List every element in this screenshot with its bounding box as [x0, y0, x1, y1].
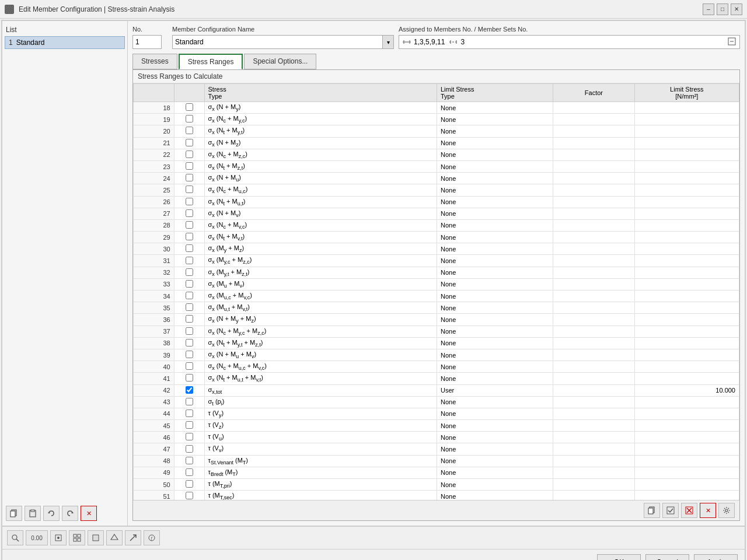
assigned-edit-button[interactable] [728, 37, 736, 47]
tab-special-options[interactable]: Special Options... [244, 54, 316, 69]
apply-button[interactable]: Apply [694, 554, 738, 560]
row-checkbox-cell[interactable] [174, 160, 204, 172]
row-checkbox-cell[interactable] [174, 408, 204, 419]
row-checkbox-cell[interactable] [174, 455, 204, 467]
ok-button[interactable]: OK [597, 554, 641, 560]
row-checkbox[interactable] [186, 339, 193, 346]
row-checkbox[interactable] [186, 315, 193, 323]
row-checkbox[interactable] [186, 421, 193, 429]
cursor-button[interactable] [50, 530, 67, 545]
row-checkbox-cell[interactable] [174, 219, 204, 231]
row-checkbox-cell[interactable] [174, 337, 204, 349]
paste-button[interactable] [25, 506, 41, 521]
cancel-button[interactable]: Cancel [645, 554, 689, 560]
row-checkbox-cell[interactable] [174, 149, 204, 160]
row-checkbox[interactable] [186, 115, 193, 123]
row-checkbox-cell[interactable] [174, 479, 204, 491]
maximize-button[interactable]: □ [717, 4, 728, 15]
row-checkbox[interactable] [186, 257, 193, 264]
render-button[interactable] [88, 530, 104, 545]
row-checkbox[interactable] [186, 280, 193, 288]
row-checkbox[interactable] [186, 162, 193, 170]
row-checkbox-cell[interactable] [174, 208, 204, 219]
row-checkbox[interactable] [186, 433, 193, 440]
row-checkbox[interactable] [186, 127, 193, 134]
view-mode-button[interactable] [69, 530, 85, 545]
row-checkbox-cell[interactable] [174, 290, 204, 302]
row-checkbox[interactable] [186, 103, 193, 111]
tab-stresses[interactable]: Stresses [132, 54, 177, 69]
undo-button[interactable] [43, 506, 60, 521]
row-checkbox[interactable] [186, 174, 193, 181]
row-checkbox[interactable] [186, 362, 193, 370]
row-checkbox-cell[interactable] [174, 396, 204, 408]
check-all-button[interactable] [662, 503, 679, 518]
row-checkbox[interactable] [186, 209, 193, 217]
close-button[interactable]: ✕ [731, 4, 742, 15]
row-checkbox-cell[interactable] [174, 302, 204, 314]
row-checkbox[interactable] [186, 233, 193, 240]
row-checkbox-cell[interactable] [174, 314, 204, 326]
row-checkbox[interactable] [186, 410, 193, 417]
row-checkbox-cell[interactable] [174, 125, 204, 137]
minimize-button[interactable]: – [703, 4, 714, 15]
row-checkbox-cell[interactable] [174, 361, 204, 373]
row-checkbox-cell[interactable] [174, 326, 204, 337]
row-checkbox-cell[interactable] [174, 255, 204, 267]
row-checkbox-cell[interactable] [174, 137, 204, 149]
row-checkbox-cell[interactable] [174, 102, 204, 114]
row-checkbox-cell[interactable] [174, 114, 204, 125]
row-checkbox[interactable] [186, 398, 193, 405]
row-checkbox-cell[interactable] [174, 443, 204, 455]
measure-button[interactable]: 0.00 [26, 530, 48, 545]
row-checkbox[interactable] [186, 374, 193, 382]
redo-button[interactable] [62, 506, 78, 521]
table-scroll[interactable]: StressType Limit StressType Factor Limit… [133, 83, 739, 500]
row-checkbox-cell[interactable] [174, 420, 204, 432]
row-checkbox[interactable] [186, 186, 193, 193]
row-checkbox-cell[interactable] [174, 432, 204, 443]
copy-button[interactable] [6, 506, 22, 521]
arrow-button[interactable] [125, 530, 141, 545]
row-checkbox[interactable] [186, 303, 193, 311]
row-checkbox-cell[interactable] [174, 278, 204, 290]
row-checkbox[interactable] [186, 268, 193, 276]
no-input[interactable] [132, 35, 162, 49]
table-settings-button[interactable] [718, 503, 735, 518]
row-checkbox[interactable] [186, 351, 193, 358]
row-checkbox[interactable] [186, 492, 193, 499]
row-checkbox[interactable] [186, 386, 193, 394]
tab-stress-ranges[interactable]: Stress Ranges [179, 54, 243, 69]
param-button[interactable]: ƒ [144, 530, 160, 545]
row-checkbox-cell[interactable] [174, 384, 204, 396]
row-checkbox-cell[interactable] [174, 373, 204, 384]
row-checkbox[interactable] [186, 198, 193, 205]
node-button[interactable] [106, 530, 123, 545]
row-checkbox[interactable] [186, 327, 193, 335]
copy-rows-button[interactable] [644, 503, 660, 518]
uncheck-all-button[interactable] [681, 503, 697, 518]
row-checkbox-cell[interactable] [174, 243, 204, 255]
name-dropdown-button[interactable]: ▾ [382, 35, 394, 49]
row-checkbox-cell[interactable] [174, 267, 204, 278]
row-checkbox-cell[interactable] [174, 349, 204, 360]
row-checkbox[interactable] [186, 150, 193, 158]
row-checkbox[interactable] [186, 221, 193, 229]
row-checkbox-cell[interactable] [174, 491, 204, 500]
row-checkbox-cell[interactable] [174, 173, 204, 184]
row-checkbox[interactable] [186, 292, 193, 299]
row-checkbox-cell[interactable] [174, 184, 204, 196]
row-checkbox[interactable] [186, 480, 193, 488]
list-item-standard[interactable]: 1 Standard [5, 36, 125, 49]
row-checkbox[interactable] [186, 244, 193, 252]
delete-rows-button[interactable]: ✕ [700, 503, 716, 518]
row-checkbox-cell[interactable] [174, 467, 204, 478]
row-checkbox[interactable] [186, 139, 193, 146]
row-checkbox-cell[interactable] [174, 232, 204, 243]
name-input[interactable] [172, 35, 382, 49]
row-checkbox[interactable] [186, 457, 193, 464]
row-checkbox[interactable] [186, 445, 193, 453]
zoom-button[interactable] [7, 530, 23, 545]
row-checkbox-cell[interactable] [174, 196, 204, 208]
row-checkbox[interactable] [186, 468, 193, 476]
